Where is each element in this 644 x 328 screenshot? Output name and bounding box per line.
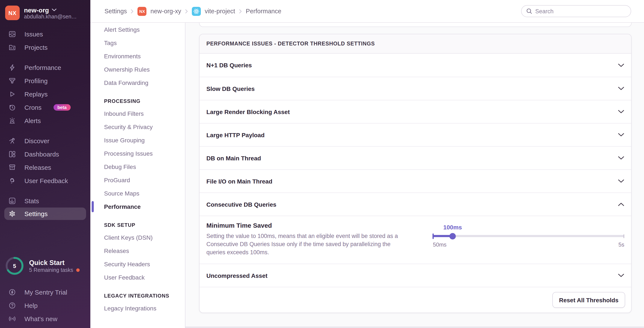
accordion-row-n-plus-one-db-queries[interactable]: N+1 DB Queries (200, 54, 631, 77)
search-input[interactable]: Search (521, 5, 631, 17)
threshold-slider: 100ms 50ms 5s (433, 222, 624, 256)
settings-nav-header-processing: PROCESSING (104, 96, 181, 107)
chevron-down-icon (618, 133, 624, 137)
sidebar-item-performance[interactable]: Performance (0, 61, 90, 74)
chevron-right-icon (185, 9, 188, 14)
accordion-row-db-on-main-thread[interactable]: DB on Main Thread (200, 146, 631, 169)
sidebar-item-label: Performance (24, 64, 61, 71)
sidebar-item-dashboards[interactable]: Dashboards (0, 147, 90, 161)
settings-nav-releases[interactable]: Releases (104, 244, 181, 257)
chevron-down-icon (618, 274, 624, 277)
quick-start-count: 5 (5, 256, 24, 275)
chevron-right-icon (131, 9, 134, 14)
accordion-row-large-http-payload[interactable]: Large HTTP Payload (200, 123, 631, 146)
telescope-icon (8, 137, 16, 144)
detector-threshold-panel: PERFORMANCE ISSUES - DETECTOR THRESHOLD … (199, 34, 632, 313)
accordion-row-consecutive-db-queries[interactable]: Consecutive DB Queries (200, 193, 631, 216)
settings-nav-ownership-rules[interactable]: Ownership Rules (104, 63, 181, 76)
row-label: Consecutive DB Queries (206, 201, 276, 208)
sidebar-item-help[interactable]: Help (0, 299, 90, 312)
slider-min-label: 50ms (433, 241, 446, 248)
gear-icon (8, 210, 16, 217)
settings-nav-user-feedback[interactable]: User Feedback (104, 271, 181, 284)
sidebar-item-label: Settings (24, 210, 48, 217)
sidebar-item-alerts[interactable]: Alerts (0, 114, 90, 127)
breadcrumb-page: Performance (246, 8, 281, 15)
sidebar-item-projects[interactable]: Projects (0, 41, 90, 54)
slider-max-label: 5s (618, 241, 624, 248)
org-avatar: NX (5, 6, 20, 20)
quick-start-title: Quick Start (29, 259, 80, 267)
accordion-row-slow-db-queries[interactable]: Slow DB Queries (200, 77, 631, 100)
settings-nav-inbound-filters[interactable]: Inbound Filters (104, 107, 181, 120)
breadcrumb-org[interactable]: new-org-xy (150, 8, 181, 15)
lightning-icon (8, 64, 16, 71)
sidebar-footer: My Sentry Trial Help What's new (0, 285, 90, 325)
sidebar-item-issues[interactable]: Issues (0, 28, 90, 41)
sidebar-item-discover[interactable]: Discover (0, 134, 90, 147)
sidebar-item-label: Profiling (24, 77, 48, 84)
minimum-time-saved-setting: Minimum Time Saved Setting the value to … (200, 216, 631, 264)
breadcrumb-settings[interactable]: Settings (104, 8, 127, 15)
sidebar-item-profiling[interactable]: Profiling (0, 74, 90, 87)
settings-nav-data-forwarding[interactable]: Data Forwarding (104, 76, 181, 89)
settings-nav-security-privacy[interactable]: Security & Privacy (104, 120, 181, 133)
accordion-row-large-render-blocking-asset[interactable]: Large Render Blocking Asset (200, 100, 631, 123)
reset-all-thresholds-button[interactable]: Reset All Thresholds (552, 292, 625, 308)
settings-nav-source-maps[interactable]: Source Maps (104, 187, 181, 200)
quick-start-widget[interactable]: 5 Quick Start 5 Remaining tasks (0, 256, 90, 275)
chevron-down-icon (618, 63, 624, 67)
chevron-down-icon (618, 110, 624, 114)
quick-start-subtitle: 5 Remaining tasks (29, 267, 73, 273)
settings-nav-proguard[interactable]: ProGuard (104, 173, 181, 187)
bar-chart-icon (8, 197, 16, 205)
search-placeholder: Search (535, 8, 554, 14)
settings-nav-issue-grouping[interactable]: Issue Grouping (104, 133, 181, 147)
sidebar-item-whats-new[interactable]: What's new (0, 312, 90, 325)
settings-nav-security-headers[interactable]: Security Headers (104, 257, 181, 271)
sidebar-item-user-feedback[interactable]: User Feedback (0, 174, 90, 187)
previous-panel-bottom (199, 23, 632, 27)
org-name: new-org (24, 6, 49, 14)
projects-icon (8, 44, 16, 51)
accordion-row-uncompressed-asset[interactable]: Uncompressed Asset (200, 264, 631, 287)
settings-nav-environments[interactable]: Environments (104, 49, 181, 63)
sidebar-item-my-sentry-trial[interactable]: My Sentry Trial (0, 285, 90, 299)
sidebar-item-stats[interactable]: Stats (0, 194, 90, 208)
sidebar-item-settings[interactable]: Settings (4, 208, 86, 220)
settings-nav-tags[interactable]: Tags (104, 36, 181, 49)
sidebar-item-label: Projects (24, 44, 48, 51)
profiling-icon (8, 77, 16, 84)
siren-icon (8, 117, 16, 124)
sidebar-item-label: Dashboards (24, 150, 59, 158)
settings-nav-processing-issues[interactable]: Processing Issues (104, 147, 181, 160)
row-label: Uncompressed Asset (206, 272, 268, 279)
field-description: Setting the value to 100ms, means that a… (206, 232, 400, 256)
top-bar: Settings NX new-org-xy vite-project Perf… (90, 0, 644, 23)
settings-nav-legacy-integrations[interactable]: Legacy Integrations (104, 301, 181, 315)
settings-nav-alert-settings[interactable]: Alert Settings (104, 23, 181, 36)
sidebar-item-replays[interactable]: Replays (0, 87, 90, 101)
sidebar-item-label: Releases (24, 164, 51, 171)
archive-box-icon (8, 164, 16, 171)
chevron-down-icon (618, 179, 624, 183)
main-sidebar: NX new-org abdullah.khan@sen… Issues Pro… (0, 0, 90, 328)
settings-nav-performance[interactable]: Performance (104, 200, 181, 213)
sidebar-nav: Issues Projects Performance Profiling Re… (0, 28, 90, 220)
settings-nav-debug-files[interactable]: Debug Files (104, 160, 181, 173)
slider-track[interactable] (433, 235, 624, 237)
settings-nav-header-sdk-setup: SDK SETUP (104, 220, 181, 231)
breadcrumb-project[interactable]: vite-project (205, 8, 235, 15)
sidebar-item-label: Replays (24, 90, 48, 98)
sidebar-item-crons[interactable]: Crons beta (0, 101, 90, 114)
main-content: PERFORMANCE ISSUES - DETECTOR THRESHOLD … (186, 23, 644, 328)
sidebar-item-releases[interactable]: Releases (0, 161, 90, 174)
react-project-icon (192, 7, 201, 16)
accordion-row-file-io-on-main-thread[interactable]: File I/O on Main Thread (200, 169, 631, 193)
sidebar-item-label: Discover (24, 137, 50, 144)
settings-nav-client-keys[interactable]: Client Keys (DSN) (104, 231, 181, 244)
field-label: Minimum Time Saved (206, 222, 408, 229)
slider-thumb[interactable] (450, 233, 456, 239)
chevron-down-icon (618, 87, 624, 90)
org-switcher[interactable]: NX new-org abdullah.khan@sen… (0, 0, 90, 24)
